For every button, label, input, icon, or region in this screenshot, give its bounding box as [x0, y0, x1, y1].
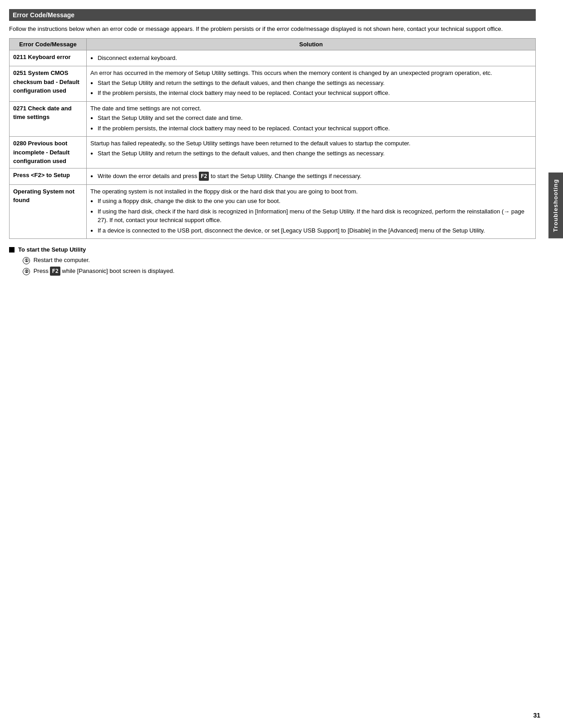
intro-text: Follow the instructions below when an er… [9, 25, 536, 34]
f2-key-step2: F2 [50, 267, 60, 276]
f2-key: F2 [199, 172, 209, 181]
page-content: Error Code/Message Follow the instructio… [9, 9, 536, 276]
error-code-table: Error Code/Message Solution 0211 Keyboar… [9, 38, 536, 239]
solution-f2: Write down the error details and press F… [87, 168, 536, 184]
error-code-0271: 0271 Check date and time settings [10, 101, 87, 137]
step-2-text: Press F2 while [Panasonic] boot screen i… [34, 267, 175, 274]
list-item: Start the Setup Utility and return the s… [90, 149, 532, 158]
solution-0271: The date and time settings are not corre… [87, 101, 536, 137]
setup-step-2: ② Press F2 while [Panasonic] boot screen… [23, 267, 536, 276]
error-code-0280: 0280 Previous boot incomplete - Default … [10, 137, 87, 168]
list-item: Start the Setup Utility and set the corr… [90, 114, 532, 123]
setup-title-line: To start the Setup Utility [9, 246, 536, 253]
section-title: Error Code/Message [9, 9, 536, 21]
step-1-text: Restart the computer. [34, 257, 90, 263]
side-tab-troubleshooting: Troubleshooting [548, 173, 563, 238]
table-row: 0251 System CMOS checksum bad - Default … [10, 66, 536, 102]
table-row: 0280 Previous boot incomplete - Default … [10, 137, 536, 168]
table-row: 0211 Keyboard error Disconnect external … [10, 50, 536, 66]
error-code-f2: Press <F2> to Setup [10, 168, 87, 184]
list-item: If the problem persists, the internal cl… [90, 89, 532, 98]
solution-intro-text: Startup has failed repeatedly, so the Se… [90, 140, 410, 147]
col-header-solution: Solution [87, 38, 536, 50]
bullet-square-icon [9, 247, 15, 253]
setup-step-1: ① Restart the computer. [23, 256, 536, 265]
arrow-icon: → [504, 208, 509, 215]
table-row: 0271 Check date and time settings The da… [10, 101, 536, 137]
list-item: If a device is connected to the USB port… [90, 226, 532, 235]
list-item: Disconnect external keyboard. [90, 54, 532, 63]
table-row: Press <F2> to Setup Write down the error… [10, 168, 536, 184]
step-number-1: ① [23, 257, 30, 264]
page-number: 31 [533, 712, 540, 719]
list-item: If using a floppy disk, change the disk … [90, 197, 532, 206]
table-row: Operating System not found The operating… [10, 184, 536, 239]
solution-0280: Startup has failed repeatedly, so the Se… [87, 137, 536, 168]
solution-intro-text: The operating system is not installed in… [90, 188, 358, 195]
step-number-2: ② [23, 268, 30, 275]
error-code-0211: 0211 Keyboard error [10, 50, 87, 66]
list-item: Write down the error details and press F… [90, 172, 532, 181]
setup-steps-list: ① Restart the computer. ② Press F2 while… [9, 256, 536, 276]
setup-title: To start the Setup Utility [18, 246, 86, 253]
list-item: Start the Setup Utility and return the s… [90, 79, 532, 88]
list-item: If the problem persists, the internal cl… [90, 124, 532, 133]
error-code-os-not-found: Operating System not found [10, 184, 87, 239]
solution-intro-text: An error has occurred in the memory of S… [90, 69, 492, 76]
error-code-0251: 0251 System CMOS checksum bad - Default … [10, 66, 87, 102]
col-header-error: Error Code/Message [10, 38, 87, 50]
solution-intro-text: The date and time settings are not corre… [90, 105, 201, 112]
list-item: If using the hard disk, check if the har… [90, 207, 532, 225]
solution-os-not-found: The operating system is not installed in… [87, 184, 536, 239]
setup-instructions: To start the Setup Utility ① Restart the… [9, 246, 536, 276]
solution-0251: An error has occurred in the memory of S… [87, 66, 536, 102]
solution-0211: Disconnect external keyboard. [87, 50, 536, 66]
